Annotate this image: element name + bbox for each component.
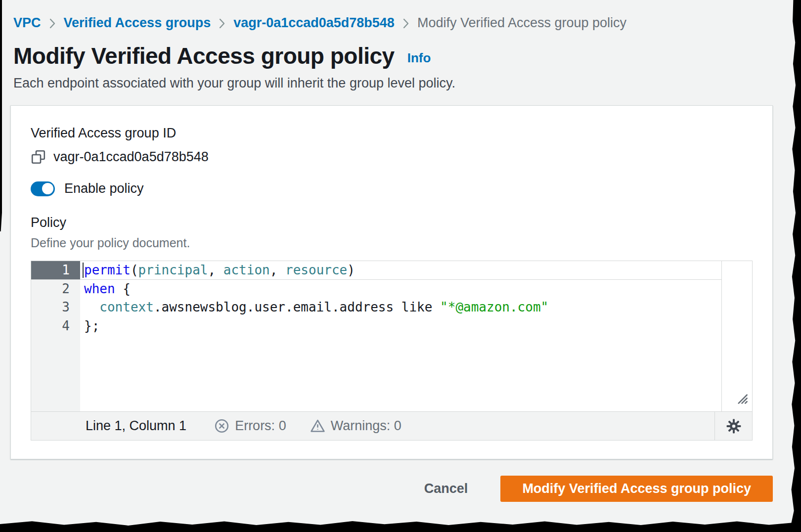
- gear-icon: [725, 417, 743, 435]
- editor-body[interactable]: 1234 permit(principal, action, resource)…: [31, 261, 752, 411]
- policy-description: Define your policy document.: [31, 236, 753, 250]
- policy-form-card: Verified Access group ID vagr-0a1ccad0a5…: [10, 105, 773, 459]
- code-line: permit(principal, action, resource): [80, 261, 721, 280]
- footer-actions: Cancel Modify Verified Access group poli…: [10, 476, 773, 502]
- warnings-status: Warnings: 0: [310, 418, 401, 434]
- chevron-right-icon: [49, 18, 56, 29]
- group-id-label: Verified Access group ID: [31, 126, 753, 141]
- line-number: 1: [31, 261, 80, 280]
- breadcrumb-item: Modify Verified Access group policy: [417, 15, 626, 31]
- breadcrumb: VPCVerified Access groupsvagr-0a1ccad0a5…: [0, 0, 801, 31]
- editor-status-bar: Line 1, Column 1 Errors: 0: [31, 411, 752, 440]
- screenshot-frame-bottom: [0, 518, 801, 532]
- code-line: when {: [80, 280, 721, 299]
- resize-handle-icon[interactable]: [735, 392, 749, 407]
- page-description: Each endpoint associated with your group…: [0, 76, 801, 91]
- enable-policy-row: Enable policy: [31, 181, 753, 196]
- editor-code-area[interactable]: permit(principal, action, resource)when …: [80, 261, 721, 411]
- copy-icon[interactable]: [31, 149, 46, 165]
- modify-policy-submit-button[interactable]: Modify Verified Access group policy: [500, 476, 773, 502]
- cancel-button[interactable]: Cancel: [424, 481, 468, 496]
- breadcrumb-item[interactable]: VPC: [13, 15, 41, 31]
- line-number: 4: [31, 317, 80, 336]
- editor-scroll-gutter: [721, 261, 752, 411]
- info-link[interactable]: Info: [407, 50, 431, 66]
- code-line: context.awsnewsblog.user.email.address l…: [80, 298, 721, 317]
- page-title: Modify Verified Access group policy: [13, 43, 395, 69]
- modify-verified-access-group-policy-page: VPCVerified Access groupsvagr-0a1ccad0a5…: [0, 0, 801, 532]
- enable-policy-label: Enable policy: [64, 181, 144, 196]
- warning-triangle-icon: [310, 418, 325, 434]
- text-cursor: [83, 263, 84, 278]
- screenshot-frame-left: [0, 0, 2, 231]
- chevron-right-icon: [402, 18, 409, 29]
- cursor-position: Line 1, Column 1: [86, 418, 186, 434]
- policy-label: Policy: [31, 215, 753, 230]
- title-row: Modify Verified Access group policy Info: [0, 43, 801, 69]
- editor-settings-button[interactable]: [714, 412, 752, 440]
- code-line: };: [80, 317, 721, 336]
- errors-status: Errors: 0: [214, 418, 286, 434]
- enable-policy-toggle[interactable]: [31, 181, 55, 196]
- line-number: 3: [31, 298, 80, 317]
- main-content: Verified Access group ID vagr-0a1ccad0a5…: [10, 105, 773, 502]
- error-circle-icon: [214, 418, 229, 434]
- breadcrumb-item[interactable]: vagr-0a1ccad0a5d78b548: [233, 15, 395, 31]
- breadcrumb-item[interactable]: Verified Access groups: [64, 15, 211, 31]
- chevron-right-icon: [219, 18, 225, 29]
- status-left: Line 1, Column 1 Errors: 0: [31, 412, 714, 440]
- toggle-knob: [42, 183, 53, 194]
- group-id-value: vagr-0a1ccad0a5d78b548: [53, 149, 209, 165]
- policy-code-editor: 1234 permit(principal, action, resource)…: [31, 261, 753, 441]
- line-number: 2: [31, 280, 80, 299]
- group-id-row: vagr-0a1ccad0a5d78b548: [31, 149, 753, 165]
- editor-gutter: 1234: [31, 261, 80, 411]
